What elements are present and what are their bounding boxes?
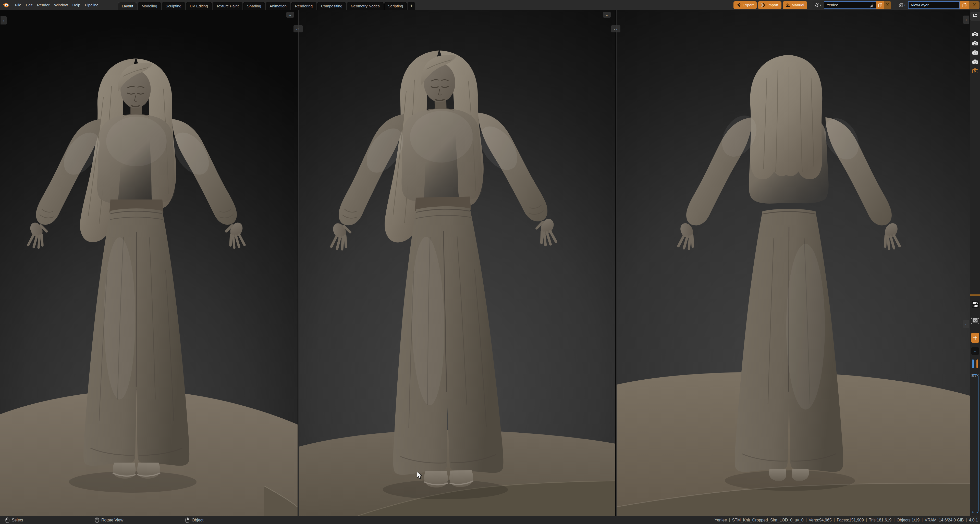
camera-icon — [972, 50, 978, 55]
hint-object: Object — [185, 516, 204, 524]
workspace: › ⌄ ‹› ⌄ ‹› ‹ › — [0, 10, 980, 516]
stat-tris: Tris:181,619 — [869, 518, 891, 522]
properties-expand-arrow[interactable]: › — [963, 320, 969, 328]
tab-sculpting[interactable]: Sculpting — [162, 2, 185, 10]
topbar: File Edit Render Window Help Pipeline La… — [0, 0, 980, 10]
blue-bar-icon — [972, 359, 974, 368]
tab-texture-paint[interactable]: Texture Paint — [213, 2, 243, 10]
camera-x-icon — [972, 68, 978, 73]
character-three-quarter — [327, 48, 562, 489]
scene-back — [616, 10, 970, 516]
scene-front — [0, 10, 298, 516]
import-button[interactable]: Import — [758, 1, 781, 9]
camera-disabled-slot[interactable] — [970, 68, 980, 73]
viewport-three-quarter[interactable] — [299, 10, 615, 516]
view-layer-new-button[interactable] — [959, 1, 969, 9]
camera-icon — [972, 59, 978, 64]
toggles-icon — [971, 301, 979, 308]
camera-slot[interactable] — [970, 59, 980, 64]
properties-tab[interactable] — [970, 301, 980, 308]
mouse-cursor — [417, 471, 423, 480]
scene-browse-button[interactable]: ▾ — [812, 1, 824, 9]
menu-help[interactable]: Help — [70, 2, 83, 8]
viewport-front[interactable] — [0, 10, 298, 516]
stat-verts: Verts:94,965 — [809, 518, 832, 522]
sidebar-expand-arrow[interactable]: ‹ — [963, 16, 969, 24]
duplicate-icon — [878, 3, 882, 7]
outliner-icon — [972, 14, 978, 19]
tab-modeling[interactable]: Modeling — [138, 2, 161, 10]
view-layer-remove-button[interactable]: X — [969, 1, 980, 9]
tab-rendering[interactable]: Rendering — [291, 2, 317, 10]
area-split-widget[interactable]: ‹› — [293, 25, 303, 32]
new-collection-button[interactable] — [970, 333, 980, 343]
view-layer-group: ▾ ViewLayer X — [896, 1, 980, 9]
statusbar: Select Rotate View Object Yenlee | STM_K… — [0, 516, 980, 524]
render-icon — [971, 318, 979, 324]
menu-file[interactable]: File — [13, 2, 24, 8]
header-collapse-chevron[interactable]: ⌄ — [286, 12, 294, 17]
workspace-tabs: Layout Modeling Sculpting UV Editing Tex… — [118, 2, 415, 10]
tab-layout[interactable]: Layout — [118, 2, 137, 10]
camera-icon — [972, 41, 978, 46]
pin-icon[interactable] — [870, 3, 874, 8]
camera-slot[interactable] — [970, 41, 980, 46]
viewport-splitter[interactable] — [298, 10, 299, 516]
menu-pipeline[interactable]: Pipeline — [83, 2, 100, 8]
figure-shadow — [725, 470, 855, 491]
right-mouse-icon — [185, 518, 189, 523]
outliner-tab[interactable] — [970, 12, 980, 21]
active-region-outline — [972, 374, 978, 513]
view-layer-browse-button[interactable]: ▾ — [896, 1, 908, 9]
camera-slot[interactable] — [970, 32, 980, 37]
stat-object: STM_Knit_Cropped_Sim_LOD_0_uv_0 — [732, 518, 803, 522]
stat-scene: Yenlee — [714, 518, 727, 522]
tab-shading[interactable]: Shading — [243, 2, 265, 10]
tab-animation[interactable]: Animation — [266, 2, 290, 10]
area-split-widget[interactable]: ‹› — [611, 25, 620, 32]
render-properties-tab[interactable] — [970, 318, 980, 324]
header-collapse-chevron[interactable]: ⌄ — [603, 12, 611, 17]
camera-slot[interactable] — [970, 50, 980, 55]
export-button[interactable]: Export — [733, 1, 757, 9]
view-layer-icon — [899, 3, 904, 7]
viewport-back[interactable] — [616, 10, 970, 516]
view-layer-name-field[interactable]: ViewLayer — [908, 1, 959, 9]
tab-geometry-nodes[interactable]: Geometry Nodes — [347, 2, 383, 10]
menu-window[interactable]: Window — [52, 2, 70, 8]
scene-name-field[interactable]: Yenlee — [824, 1, 877, 9]
rail-divider — [970, 294, 980, 296]
scene-three-quarter — [299, 10, 615, 516]
stat-vram: VRAM: 14.6/24.0 GiB — [924, 518, 964, 522]
hint-select: Select — [5, 516, 23, 524]
scene-unlink-button[interactable]: X — [884, 1, 891, 9]
import-chevrons-icon — [761, 3, 765, 7]
left-mouse-icon — [5, 518, 10, 523]
stat-version: 4.0.1 — [969, 518, 978, 522]
collapse-menu-button[interactable]: ⌄ — [970, 347, 980, 355]
scene-new-button[interactable] — [877, 1, 884, 9]
viewport-splitter[interactable] — [615, 10, 616, 516]
tab-compositing[interactable]: Compositing — [317, 2, 346, 10]
export-runner-icon — [737, 3, 741, 7]
menu-render[interactable]: Render — [35, 2, 52, 8]
tab-uv-editing[interactable]: UV Editing — [186, 2, 212, 10]
scene-icon — [815, 3, 819, 7]
add-workspace-button[interactable]: + — [407, 2, 415, 10]
manual-button[interactable]: Manual — [783, 1, 807, 9]
blender-logo-icon[interactable] — [2, 2, 10, 8]
toolbar-expand-arrow[interactable]: › — [0, 16, 7, 24]
scene-selector-group: ▾ Yenlee X — [812, 1, 891, 9]
chevron-down-icon: ▾ — [904, 4, 905, 6]
scene-statistics: Yenlee | STM_Knit_Cropped_Sim_LOD_0_uv_0… — [714, 516, 978, 524]
menu-edit[interactable]: Edit — [24, 2, 35, 8]
camera-icon — [972, 32, 978, 37]
middle-mouse-icon — [95, 518, 99, 523]
orange-bar-icon — [977, 359, 978, 368]
plus-icon — [973, 335, 978, 340]
duplicate-icon — [963, 3, 966, 7]
filter-bars[interactable] — [970, 359, 980, 368]
tab-scripting[interactable]: Scripting — [384, 2, 407, 10]
right-rail: ⌄ — [970, 10, 980, 516]
download-icon — [786, 3, 790, 7]
